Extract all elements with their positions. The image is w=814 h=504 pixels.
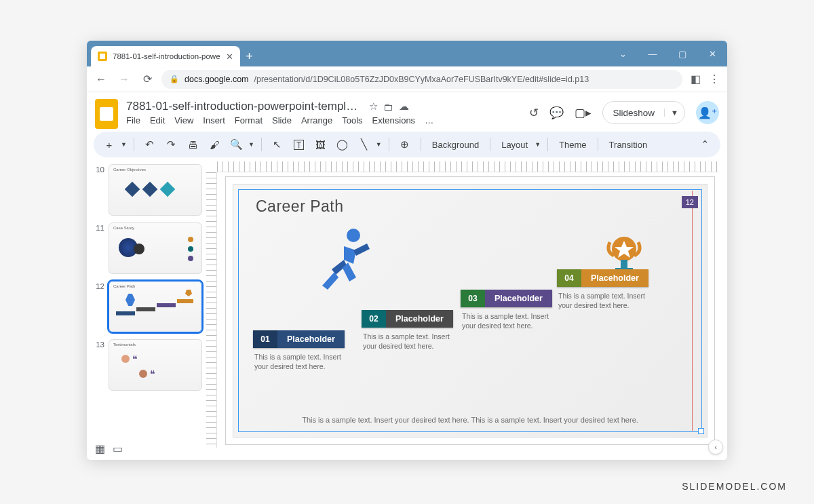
- tb-background[interactable]: Background: [428, 140, 483, 150]
- thumb-slide-10[interactable]: Career Objectives: [109, 164, 202, 216]
- thumb-slide-12[interactable]: Career Path: [109, 281, 202, 332]
- comments-icon[interactable]: 💬: [549, 106, 564, 120]
- cloud-status-icon[interactable]: ☁: [399, 100, 409, 113]
- step-4: 04Placeholder: [557, 269, 648, 287]
- thumb-num: 11: [94, 222, 104, 232]
- docs-header: 7881-01-self-introduction-powerpoint-tem…: [87, 92, 727, 132]
- thumb-caption: Career Path: [113, 284, 135, 288]
- grid-view-icon[interactable]: ▦: [94, 442, 106, 454]
- slideshow-label[interactable]: Slideshow: [603, 108, 664, 118]
- step-1-desc: This is a sample text. Insert your desir…: [254, 352, 349, 371]
- slide-page: 12 Career Path: [233, 184, 708, 438]
- menu-insert[interactable]: Insert: [203, 115, 225, 125]
- comment-insert-button[interactable]: ⊕: [396, 136, 414, 153]
- image-tool[interactable]: 🖼: [312, 136, 330, 153]
- window-settings-icon[interactable]: ⌄: [608, 41, 638, 66]
- redo-button[interactable]: ↷: [163, 136, 180, 153]
- menu-overflow[interactable]: …: [425, 115, 433, 125]
- slide-number-badge: 12: [682, 196, 698, 208]
- new-tab-button[interactable]: +: [240, 46, 259, 66]
- line-tool[interactable]: ╲: [355, 136, 373, 153]
- doc-title[interactable]: 7881-01-self-introduction-powerpoint-tem…: [126, 100, 364, 113]
- thumb-caption: Testimonials: [113, 343, 136, 347]
- menu-tools[interactable]: Tools: [342, 115, 362, 125]
- tb-transition[interactable]: Transition: [605, 140, 652, 150]
- toolbar-expand-icon[interactable]: ⌃: [696, 136, 714, 153]
- thumb-slide-13[interactable]: Testimonials ❝ ❝: [109, 339, 202, 391]
- nav-back-icon[interactable]: ←: [92, 71, 110, 88]
- slide-title: Career Path: [256, 197, 344, 216]
- menu-edit[interactable]: Edit: [150, 115, 165, 125]
- step-1: 01Placeholder: [253, 330, 345, 348]
- thumb-slide-11[interactable]: Case Study: [109, 222, 202, 274]
- slides-favicon-icon: [98, 52, 107, 61]
- step-label: Placeholder: [581, 269, 648, 287]
- window-controls: ⌄ — ▢ ✕: [608, 41, 727, 66]
- star-icon[interactable]: ☆: [369, 100, 378, 113]
- history-icon[interactable]: ↺: [529, 106, 539, 120]
- menu-file[interactable]: File: [126, 115, 140, 125]
- menu-slide[interactable]: Slide: [272, 115, 292, 125]
- explore-toggle-icon[interactable]: ‹: [708, 440, 723, 454]
- browser-window: 7881-01-self-introduction-powe ✕ + ⌄ — ▢…: [87, 41, 727, 460]
- paint-format-button[interactable]: 🖌: [206, 136, 224, 153]
- step-label: Placeholder: [386, 310, 453, 328]
- watermark: SLIDEMODEL.COM: [682, 481, 787, 492]
- share-button[interactable]: 👤⁺: [696, 101, 719, 124]
- window-maximize-icon[interactable]: ▢: [667, 41, 697, 66]
- print-button[interactable]: 🖶: [185, 136, 202, 153]
- horizontal-ruler[interactable]: [217, 161, 719, 172]
- guide-line: [692, 191, 693, 431]
- browser-menu-icon[interactable]: ⋮: [707, 72, 722, 87]
- thumb-num: 13: [94, 339, 104, 349]
- meet-icon[interactable]: ▢▸: [575, 106, 592, 120]
- browser-tab[interactable]: 7881-01-self-introduction-powe ✕: [91, 46, 240, 66]
- url-field[interactable]: 🔒 docs.google.com/presentation/d/1D9CiL0…: [161, 70, 682, 89]
- slide-canvas[interactable]: 12 Career Path: [225, 176, 715, 445]
- thumb-caption: Case Study: [113, 226, 134, 230]
- step-4-desc: This is a sample text. Insert your desir…: [558, 291, 653, 310]
- url-path: /presentation/d/1D9CiL08o5T6ZzJD0xB9CYyM…: [254, 75, 589, 84]
- editor-area: 10 Career Objectives 11 Case Study 12: [87, 161, 727, 460]
- nav-reload-icon[interactable]: ⟳: [138, 71, 156, 88]
- new-slide-button[interactable]: +: [100, 136, 118, 153]
- slides-logo-icon[interactable]: [95, 99, 118, 129]
- move-folder-icon[interactable]: 🗀: [383, 101, 393, 113]
- svg-point-0: [347, 229, 360, 242]
- undo-button[interactable]: ↶: [141, 136, 159, 153]
- runner-icon: [314, 227, 372, 295]
- step-2-desc: This is a sample text. Insert your desir…: [363, 332, 458, 351]
- step-num: 04: [557, 269, 581, 287]
- tab-close-icon[interactable]: ✕: [226, 52, 233, 62]
- step-3: 03Placeholder: [461, 290, 552, 307]
- textbox-tool[interactable]: 🅃: [290, 136, 308, 153]
- shape-tool[interactable]: ◯: [334, 136, 351, 153]
- menu-arrange[interactable]: Arrange: [301, 115, 332, 125]
- filmstrip-icon[interactable]: ▭: [111, 442, 123, 454]
- nav-fwd-icon[interactable]: →: [115, 71, 133, 88]
- selection-outline[interactable]: [238, 189, 702, 432]
- tb-layout[interactable]: Layout: [497, 140, 532, 150]
- select-tool[interactable]: ↖: [269, 136, 286, 153]
- menu-format[interactable]: Format: [235, 115, 263, 125]
- tab-title: 7881-01-self-introduction-powe: [113, 52, 220, 60]
- thumb-num: 12: [94, 281, 104, 290]
- slideshow-dropdown-icon[interactable]: ▼: [664, 109, 684, 117]
- lock-icon: 🔒: [170, 75, 179, 83]
- step-3-desc: This is a sample text. Insert your desir…: [462, 311, 557, 330]
- svg-rect-2: [621, 260, 627, 268]
- window-minimize-icon[interactable]: —: [638, 41, 667, 66]
- side-panel-icon[interactable]: ◧: [688, 72, 703, 87]
- window-titlebar: 7881-01-self-introduction-powe ✕ + ⌄ — ▢…: [87, 41, 727, 66]
- slide-thumbnails: 10 Career Objectives 11 Case Study 12: [87, 161, 206, 460]
- menu-view[interactable]: View: [174, 115, 193, 125]
- vertical-ruler[interactable]: [206, 172, 217, 448]
- canvas-area: 12 Career Path: [206, 161, 727, 460]
- address-bar: ← → ⟳ 🔒 docs.google.com/presentation/d/1…: [87, 66, 727, 92]
- person-plus-icon: 👤⁺: [698, 106, 717, 119]
- zoom-button[interactable]: 🔍: [228, 136, 246, 153]
- menubar: File Edit View Insert Format Slide Arran…: [126, 115, 521, 125]
- window-close-icon[interactable]: ✕: [697, 41, 727, 66]
- tb-theme[interactable]: Theme: [555, 140, 590, 150]
- menu-extensions[interactable]: Extensions: [372, 115, 416, 125]
